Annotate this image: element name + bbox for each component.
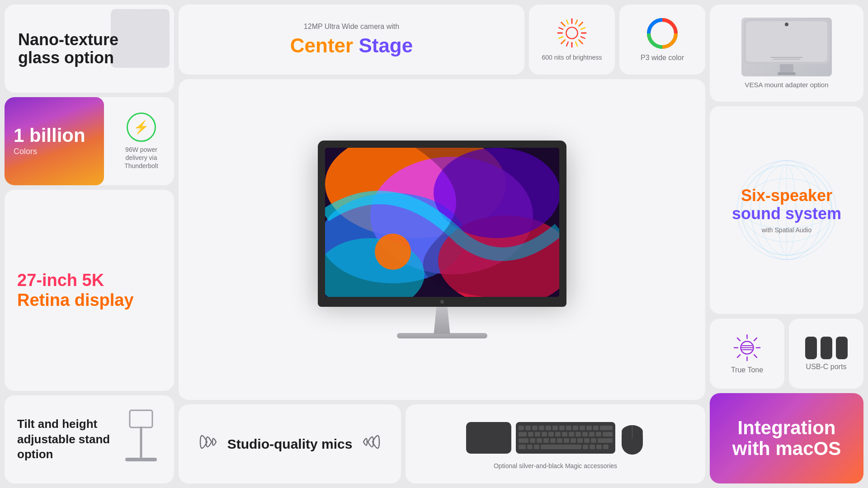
- center-top-row: 12MP Ultra Wide camera with Center Stage: [179, 5, 705, 75]
- retina-card: 27-inch 5K Retina display: [5, 190, 174, 391]
- studio-mics-text: Studio-quality mics: [227, 436, 353, 452]
- svg-rect-62: [537, 438, 542, 443]
- billion-label: Colors: [14, 147, 95, 156]
- sun-svg: [556, 17, 588, 49]
- svg-rect-78: [596, 445, 602, 449]
- svg-line-16: [576, 42, 577, 46]
- svg-line-13: [581, 28, 585, 29]
- svg-rect-0: [130, 410, 152, 427]
- true-tone-icon: [732, 333, 762, 362]
- camera-label: 12MP Ultra Wide camera with: [304, 23, 399, 31]
- svg-rect-88: [778, 72, 796, 75]
- usb-port-2: [821, 337, 832, 359]
- svg-rect-36: [532, 426, 538, 430]
- billion-left: 1 billion Colors: [5, 97, 104, 185]
- wave-left-svg: [198, 428, 218, 455]
- billion-card: 1 billion Colors ⚡ 96W power delivery vi…: [5, 97, 174, 185]
- true-tone-card: True Tone: [710, 319, 784, 389]
- svg-rect-72: [519, 445, 526, 449]
- svg-rect-55: [576, 432, 581, 436]
- svg-rect-64: [550, 438, 556, 443]
- center-column: 12MP Ultra Wide camera with Center Stage: [179, 5, 705, 483]
- ss-six: Six-speaker: [741, 186, 832, 205]
- vesa-text: VESA mount adapter option: [745, 81, 828, 89]
- svg-rect-59: [603, 432, 613, 436]
- svg-rect-70: [591, 438, 596, 443]
- retina-title: 27-inch 5K Retina display: [17, 271, 161, 310]
- p3-text: P3 wide color: [641, 54, 684, 62]
- accessories-label: Optional silver-and-black Magic accessor…: [494, 462, 617, 469]
- svg-rect-53: [562, 432, 567, 436]
- trackpad-icon: [466, 422, 511, 454]
- svg-line-22: [566, 20, 568, 24]
- svg-rect-51: [548, 432, 554, 436]
- center-bottom-row: Studio-quality mics: [179, 404, 705, 483]
- nano-texture-card: Nano-texture glass option: [5, 5, 174, 93]
- monitor-dot: [440, 300, 444, 304]
- integration-text: Integration with macOS: [721, 418, 852, 459]
- vesa-image: [741, 18, 832, 76]
- svg-rect-47: [519, 432, 527, 436]
- svg-rect-77: [590, 445, 595, 449]
- cs-center: Center: [290, 34, 353, 56]
- monitor-chin: [318, 297, 566, 307]
- svg-rect-75: [541, 445, 581, 449]
- center-stage-card: 12MP Ultra Wide camera with Center Stage: [179, 5, 524, 75]
- retina-line1: 27-inch 5K: [17, 271, 104, 290]
- spatial-text: with Spatial Audio: [762, 226, 812, 234]
- center-stage-title: Center Stage: [290, 34, 413, 57]
- accessories-icons: [466, 418, 645, 457]
- svg-rect-41: [566, 426, 571, 430]
- monitor-frame: [318, 141, 566, 297]
- svg-rect-87: [780, 64, 793, 73]
- svg-rect-79: [603, 445, 609, 449]
- svg-point-32: [375, 234, 411, 270]
- svg-rect-39: [552, 426, 558, 430]
- nano-texture-title: Nano-texture glass option: [18, 31, 160, 66]
- svg-rect-58: [596, 432, 601, 436]
- billion-number: 1 billion: [14, 126, 95, 145]
- monitor-wrapper: [318, 141, 566, 338]
- svg-rect-66: [564, 438, 569, 443]
- svg-line-18: [562, 40, 565, 43]
- brightness-text: 600 nits of brightness: [542, 53, 602, 62]
- keyboard-icon: [516, 422, 615, 454]
- six-speaker-title: Six-speaker sound system: [732, 187, 841, 222]
- mouse-icon: [620, 418, 645, 457]
- power-text: 96W power delivery via Thunderbolt: [115, 145, 167, 170]
- svg-rect-84: [746, 21, 827, 62]
- svg-line-102: [754, 355, 757, 357]
- svg-point-89: [785, 23, 788, 26]
- svg-line-104: [737, 355, 740, 357]
- svg-rect-54: [569, 432, 574, 436]
- svg-rect-37: [539, 426, 544, 430]
- usb-port-1: [805, 337, 817, 359]
- svg-rect-42: [573, 426, 578, 430]
- svg-rect-71: [598, 438, 613, 443]
- stand-svg: [121, 408, 161, 476]
- svg-rect-76: [583, 445, 588, 449]
- svg-line-103: [754, 338, 757, 341]
- studio-mics-card: Studio-quality mics: [179, 404, 401, 483]
- tilt-card: Tilt and height adjustable stand option: [5, 395, 174, 483]
- usb-port-3: [836, 337, 848, 359]
- brightness-card: 600 nits of brightness: [529, 5, 615, 75]
- billion-right: ⚡ 96W power delivery via Thunderbolt: [108, 97, 174, 185]
- svg-rect-73: [527, 445, 533, 449]
- svg-line-11: [576, 20, 577, 24]
- svg-line-14: [581, 37, 585, 38]
- wave-right-svg: [361, 428, 382, 455]
- svg-rect-57: [589, 432, 594, 436]
- svg-rect-67: [571, 438, 576, 443]
- sun-icon: [556, 17, 588, 49]
- power-icon: ⚡: [127, 113, 156, 142]
- main-display-card: [179, 79, 705, 400]
- svg-rect-45: [593, 426, 599, 430]
- wave-right-icon: [361, 428, 382, 460]
- svg-rect-60: [519, 438, 528, 443]
- stand-image: [121, 408, 161, 471]
- svg-rect-65: [557, 438, 562, 443]
- integration-card: Integration with macOS: [710, 393, 863, 483]
- vesa-card: VESA mount adapter option: [710, 5, 863, 102]
- svg-rect-2: [125, 458, 157, 461]
